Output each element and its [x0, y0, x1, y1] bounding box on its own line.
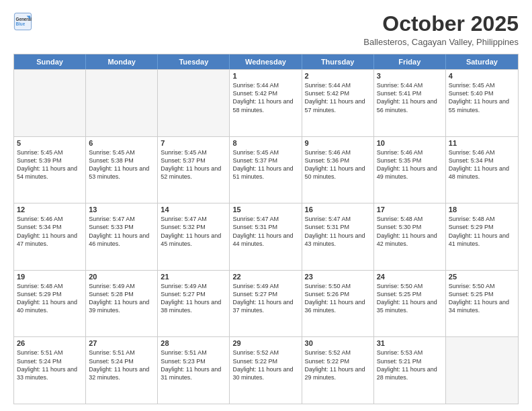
day-number: 11: [449, 139, 515, 147]
calendar-cell: 4Sunrise: 5:45 AMSunset: 5:40 PMDaylight…: [446, 70, 518, 136]
calendar-cell: 18Sunrise: 5:48 AMSunset: 5:29 PMDayligh…: [446, 203, 518, 270]
cell-info: Sunrise: 5:51 AMSunset: 5:23 PMDaylight:…: [161, 349, 226, 381]
cell-info: Sunrise: 5:47 AMSunset: 5:31 PMDaylight:…: [232, 215, 298, 248]
day-number: 9: [305, 139, 371, 147]
calendar-body: 1Sunrise: 5:44 AMSunset: 5:42 PMDaylight…: [14, 69, 518, 404]
day-number: 8: [232, 139, 298, 147]
cell-info: Sunrise: 5:46 AMSunset: 5:34 PMDaylight:…: [449, 148, 515, 181]
cell-info: Sunrise: 5:49 AMSunset: 5:27 PMDaylight:…: [232, 282, 298, 315]
calendar-cell: 6Sunrise: 5:45 AMSunset: 5:38 PMDaylight…: [86, 137, 158, 203]
cell-info: Sunrise: 5:47 AMSunset: 5:31 PMDaylight:…: [305, 215, 371, 248]
calendar-cell: 19Sunrise: 5:48 AMSunset: 5:29 PMDayligh…: [14, 271, 86, 337]
cell-info: Sunrise: 5:53 AMSunset: 5:21 PMDaylight:…: [377, 349, 443, 381]
day-number: 18: [449, 205, 515, 214]
calendar-cell: 13Sunrise: 5:47 AMSunset: 5:33 PMDayligh…: [86, 203, 158, 270]
cell-info: Sunrise: 5:45 AMSunset: 5:38 PMDaylight:…: [89, 148, 154, 181]
day-number: 21: [161, 273, 226, 281]
cell-info: Sunrise: 5:45 AMSunset: 5:39 PMDaylight:…: [17, 148, 83, 181]
logo-icon: General Blue: [13, 12, 32, 31]
cell-info: Sunrise: 5:50 AMSunset: 5:25 PMDaylight:…: [377, 282, 443, 315]
cell-info: Sunrise: 5:50 AMSunset: 5:26 PMDaylight:…: [305, 282, 371, 315]
day-number: 14: [161, 205, 226, 214]
calendar-cell: 2Sunrise: 5:44 AMSunset: 5:42 PMDaylight…: [302, 70, 374, 136]
calendar-cell: 29Sunrise: 5:52 AMSunset: 5:22 PMDayligh…: [230, 337, 302, 404]
calendar-cell: 21Sunrise: 5:49 AMSunset: 5:27 PMDayligh…: [158, 271, 230, 337]
subtitle: Ballesteros, Cagayan Valley, Philippines: [363, 37, 519, 47]
day-number: 29: [232, 339, 298, 347]
calendar-cell: [446, 337, 518, 404]
day-number: 5: [17, 139, 83, 147]
day-number: 3: [377, 72, 443, 80]
calendar: SundayMondayTuesdayWednesdayThursdayFrid…: [13, 54, 519, 404]
calendar-cell: 1Sunrise: 5:44 AMSunset: 5:42 PMDaylight…: [230, 70, 302, 136]
calendar-cell: 31Sunrise: 5:53 AMSunset: 5:21 PMDayligh…: [374, 337, 446, 404]
day-number: 27: [89, 339, 154, 347]
day-number: 10: [377, 139, 443, 147]
day-number: 16: [305, 205, 371, 214]
cal-header-day: Saturday: [446, 54, 518, 69]
cell-info: Sunrise: 5:51 AMSunset: 5:24 PMDaylight:…: [89, 349, 154, 381]
calendar-week-row: 1Sunrise: 5:44 AMSunset: 5:42 PMDaylight…: [14, 69, 518, 136]
day-number: 4: [449, 72, 515, 80]
cell-info: Sunrise: 5:48 AMSunset: 5:29 PMDaylight:…: [17, 282, 83, 315]
cell-info: Sunrise: 5:44 AMSunset: 5:41 PMDaylight:…: [377, 81, 443, 114]
logo: General Blue: [13, 12, 32, 31]
day-number: 30: [305, 339, 371, 347]
cell-info: Sunrise: 5:48 AMSunset: 5:29 PMDaylight:…: [449, 215, 515, 248]
day-number: 25: [449, 273, 515, 281]
cell-info: Sunrise: 5:44 AMSunset: 5:42 PMDaylight:…: [305, 81, 371, 114]
cal-header-day: Sunday: [14, 54, 86, 69]
cal-header-day: Tuesday: [158, 54, 230, 69]
cell-info: Sunrise: 5:46 AMSunset: 5:35 PMDaylight:…: [377, 148, 443, 181]
day-number: 20: [89, 273, 154, 281]
page: General Blue October 2025 Ballesteros, C…: [0, 0, 532, 411]
cal-header-day: Monday: [86, 54, 158, 69]
calendar-week-row: 5Sunrise: 5:45 AMSunset: 5:39 PMDaylight…: [14, 136, 518, 203]
calendar-cell: [14, 70, 86, 136]
svg-text:Blue: Blue: [16, 21, 26, 26]
calendar-week-row: 19Sunrise: 5:48 AMSunset: 5:29 PMDayligh…: [14, 270, 518, 337]
calendar-week-row: 26Sunrise: 5:51 AMSunset: 5:24 PMDayligh…: [14, 336, 518, 404]
calendar-cell: 23Sunrise: 5:50 AMSunset: 5:26 PMDayligh…: [302, 271, 374, 337]
cell-info: Sunrise: 5:49 AMSunset: 5:27 PMDaylight:…: [161, 282, 226, 315]
calendar-cell: 14Sunrise: 5:47 AMSunset: 5:32 PMDayligh…: [158, 203, 230, 270]
day-number: 17: [377, 205, 443, 214]
calendar-cell: [86, 70, 158, 136]
day-number: 24: [377, 273, 443, 281]
day-number: 19: [17, 273, 83, 281]
day-number: 22: [232, 273, 298, 281]
cell-info: Sunrise: 5:47 AMSunset: 5:33 PMDaylight:…: [89, 215, 154, 248]
day-number: 31: [377, 339, 443, 347]
calendar-cell: 15Sunrise: 5:47 AMSunset: 5:31 PMDayligh…: [230, 203, 302, 270]
cell-info: Sunrise: 5:52 AMSunset: 5:22 PMDaylight:…: [305, 349, 371, 381]
cal-header-day: Thursday: [302, 54, 374, 69]
day-number: 6: [89, 139, 154, 147]
cell-info: Sunrise: 5:45 AMSunset: 5:37 PMDaylight:…: [161, 148, 226, 181]
cell-info: Sunrise: 5:45 AMSunset: 5:40 PMDaylight:…: [449, 81, 515, 114]
day-number: 26: [17, 339, 83, 347]
calendar-cell: 22Sunrise: 5:49 AMSunset: 5:27 PMDayligh…: [230, 271, 302, 337]
calendar-cell: 24Sunrise: 5:50 AMSunset: 5:25 PMDayligh…: [374, 271, 446, 337]
day-number: 12: [17, 205, 83, 214]
calendar-cell: 8Sunrise: 5:45 AMSunset: 5:37 PMDaylight…: [230, 137, 302, 203]
cell-info: Sunrise: 5:46 AMSunset: 5:34 PMDaylight:…: [17, 215, 83, 248]
calendar-cell: 12Sunrise: 5:46 AMSunset: 5:34 PMDayligh…: [14, 203, 86, 270]
calendar-cell: 16Sunrise: 5:47 AMSunset: 5:31 PMDayligh…: [302, 203, 374, 270]
day-number: 23: [305, 273, 371, 281]
calendar-cell: 26Sunrise: 5:51 AMSunset: 5:24 PMDayligh…: [14, 337, 86, 404]
cell-info: Sunrise: 5:47 AMSunset: 5:32 PMDaylight:…: [161, 215, 226, 248]
cal-header-day: Wednesday: [230, 54, 302, 69]
calendar-cell: 17Sunrise: 5:48 AMSunset: 5:30 PMDayligh…: [374, 203, 446, 270]
calendar-cell: 11Sunrise: 5:46 AMSunset: 5:34 PMDayligh…: [446, 137, 518, 203]
cell-info: Sunrise: 5:52 AMSunset: 5:22 PMDaylight:…: [232, 349, 298, 381]
calendar-header: SundayMondayTuesdayWednesdayThursdayFrid…: [14, 54, 518, 69]
cell-info: Sunrise: 5:44 AMSunset: 5:42 PMDaylight:…: [232, 81, 298, 114]
day-number: 15: [232, 205, 298, 214]
title-block: October 2025 Ballesteros, Cagayan Valley…: [363, 12, 519, 47]
cal-header-day: Friday: [374, 54, 446, 69]
cell-info: Sunrise: 5:49 AMSunset: 5:28 PMDaylight:…: [89, 282, 154, 315]
calendar-cell: 5Sunrise: 5:45 AMSunset: 5:39 PMDaylight…: [14, 137, 86, 203]
day-number: 28: [161, 339, 226, 347]
calendar-cell: 9Sunrise: 5:46 AMSunset: 5:36 PMDaylight…: [302, 137, 374, 203]
month-title: October 2025: [363, 12, 519, 36]
